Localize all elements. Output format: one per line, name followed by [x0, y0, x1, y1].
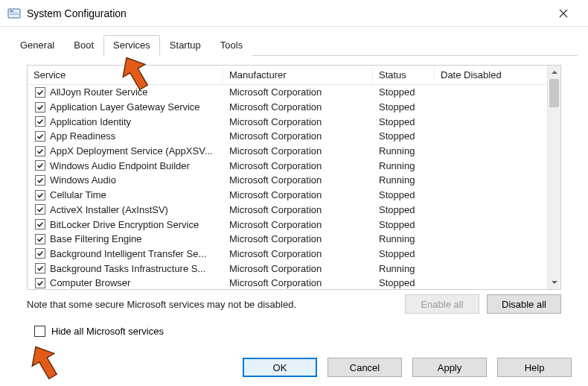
- table-row[interactable]: AllJoyn Router ServiceMicrosoft Corporat…: [28, 85, 547, 100]
- service-name: Windows Audio Endpoint Builder: [50, 160, 217, 171]
- service-checkbox[interactable]: [35, 234, 45, 244]
- hide-all-checkbox[interactable]: [34, 326, 45, 337]
- table-row[interactable]: Computer BrowserMicrosoft CorporationSto…: [28, 276, 547, 289]
- title-bar: System Configuration: [0, 0, 588, 27]
- service-name: Cellular Time: [50, 189, 217, 200]
- dialog-buttons: OK Cancel Apply Help: [232, 358, 572, 377]
- status-cell: Stopped: [373, 248, 435, 259]
- table-row[interactable]: Windows Audio Endpoint BuilderMicrosoft …: [28, 158, 547, 173]
- service-name: AllJoyn Router Service: [50, 86, 217, 98]
- status-cell: Stopped: [373, 86, 435, 98]
- service-cell: ActiveX Installer (AxInstSV): [28, 204, 223, 215]
- service-checkbox[interactable]: [35, 175, 45, 186]
- service-checkbox[interactable]: [35, 190, 45, 200]
- service-cell: Base Filtering Engine: [28, 233, 223, 244]
- enable-all-button: Enable all: [405, 294, 479, 314]
- col-header-date-disabled[interactable]: Date Disabled: [435, 66, 547, 83]
- service-checkbox[interactable]: [35, 160, 45, 171]
- service-name: Windows Audio: [50, 174, 217, 186]
- manufacturer-cell: Microsoft Corporation: [223, 101, 373, 113]
- vertical-scrollbar[interactable]: [547, 66, 560, 289]
- scroll-up-icon[interactable]: [548, 66, 560, 79]
- service-checkbox[interactable]: [35, 87, 45, 98]
- service-checkbox[interactable]: [35, 131, 45, 142]
- tab-tools[interactable]: Tools: [211, 35, 252, 56]
- service-checkbox[interactable]: [35, 278, 45, 288]
- service-checkbox[interactable]: [35, 219, 45, 230]
- status-cell: Running: [373, 263, 435, 274]
- service-checkbox[interactable]: [35, 102, 45, 113]
- grid-body: AllJoyn Router ServiceMicrosoft Corporat…: [28, 85, 547, 289]
- note-row: Note that some secure Microsoft services…: [27, 294, 561, 314]
- table-row[interactable]: Base Filtering EngineMicrosoft Corporati…: [28, 232, 547, 247]
- manufacturer-cell: Microsoft Corporation: [223, 204, 373, 215]
- status-cell: Stopped: [373, 277, 435, 288]
- manufacturer-cell: Microsoft Corporation: [223, 189, 373, 200]
- service-name: BitLocker Drive Encryption Service: [50, 219, 217, 230]
- manufacturer-cell: Microsoft Corporation: [223, 233, 373, 244]
- service-checkbox[interactable]: [35, 248, 45, 259]
- manufacturer-cell: Microsoft Corporation: [223, 174, 373, 186]
- hide-all-row: Hide all Microsoft services: [27, 326, 561, 337]
- service-name: Background Intelligent Transfer Se...: [50, 248, 217, 259]
- apply-button[interactable]: Apply: [412, 358, 487, 377]
- table-row[interactable]: AppX Deployment Service (AppXSV...Micros…: [28, 144, 547, 159]
- service-cell: Windows Audio Endpoint Builder: [28, 160, 223, 171]
- status-cell: Stopped: [373, 219, 435, 230]
- service-cell: AllJoyn Router Service: [28, 86, 223, 98]
- note-text: Note that some secure Microsoft services…: [27, 299, 397, 310]
- table-row[interactable]: Application Layer Gateway ServiceMicroso…: [28, 100, 547, 115]
- table-row[interactable]: App ReadinessMicrosoft CorporationStoppe…: [28, 129, 547, 144]
- svg-rect-2: [10, 13, 19, 13]
- status-cell: Running: [373, 145, 435, 156]
- services-grid: Service Manufacturer Status Date Disable…: [27, 65, 561, 290]
- service-checkbox[interactable]: [35, 204, 45, 215]
- cancel-button[interactable]: Cancel: [327, 358, 402, 377]
- table-row[interactable]: Background Intelligent Transfer Se...Mic…: [28, 247, 547, 262]
- table-row[interactable]: BitLocker Drive Encryption ServiceMicros…: [28, 217, 547, 232]
- table-row[interactable]: ActiveX Installer (AxInstSV)Microsoft Co…: [28, 203, 547, 218]
- col-header-service[interactable]: Service: [28, 66, 223, 83]
- tab-general[interactable]: General: [10, 35, 64, 56]
- svg-rect-1: [10, 10, 13, 12]
- scroll-track[interactable]: [548, 79, 560, 276]
- service-name: ActiveX Installer (AxInstSV): [50, 204, 217, 215]
- tab-content: Service Manufacturer Status Date Disable…: [10, 56, 578, 346]
- help-button[interactable]: Help: [497, 358, 572, 377]
- service-checkbox[interactable]: [35, 146, 45, 156]
- disable-all-button[interactable]: Disable all: [487, 294, 561, 314]
- scroll-thumb[interactable]: [549, 79, 559, 107]
- status-cell: Stopped: [373, 189, 435, 200]
- service-name: Application Layer Gateway Service: [50, 101, 217, 113]
- table-row[interactable]: Cellular TimeMicrosoft CorporationStoppe…: [28, 188, 547, 203]
- service-cell: BitLocker Drive Encryption Service: [28, 219, 223, 230]
- status-cell: Running: [373, 233, 435, 244]
- service-name: Computer Browser: [50, 277, 217, 288]
- service-cell: Application Identity: [28, 116, 223, 127]
- table-row[interactable]: Background Tasks Infrastructure S...Micr…: [28, 261, 547, 276]
- hide-all-label[interactable]: Hide all Microsoft services: [51, 326, 164, 337]
- table-row[interactable]: Windows AudioMicrosoft CorporationRunnin…: [28, 173, 547, 188]
- grid-header: Service Manufacturer Status Date Disable…: [28, 66, 560, 85]
- service-name: Base Filtering Engine: [50, 233, 217, 244]
- tab-boot[interactable]: Boot: [64, 35, 103, 56]
- service-name: Application Identity: [50, 116, 217, 127]
- tab-services[interactable]: Services: [103, 35, 160, 56]
- col-header-status[interactable]: Status: [373, 66, 435, 83]
- col-header-manufacturer[interactable]: Manufacturer: [223, 66, 373, 83]
- service-cell: App Readiness: [28, 130, 223, 142]
- manufacturer-cell: Microsoft Corporation: [223, 130, 373, 142]
- table-row[interactable]: Application IdentityMicrosoft Corporatio…: [28, 114, 547, 129]
- service-cell: Cellular Time: [28, 189, 223, 200]
- service-name: Background Tasks Infrastructure S...: [50, 263, 217, 274]
- ok-button[interactable]: OK: [243, 358, 317, 377]
- manufacturer-cell: Microsoft Corporation: [223, 263, 373, 274]
- status-cell: Stopped: [373, 101, 435, 113]
- tab-startup[interactable]: Startup: [160, 35, 211, 56]
- service-checkbox[interactable]: [35, 116, 45, 127]
- scroll-down-icon[interactable]: [548, 276, 560, 289]
- manufacturer-cell: Microsoft Corporation: [223, 116, 373, 127]
- service-cell: Background Tasks Infrastructure S...: [28, 263, 223, 274]
- close-button[interactable]: [546, 1, 581, 25]
- service-checkbox[interactable]: [35, 263, 45, 273]
